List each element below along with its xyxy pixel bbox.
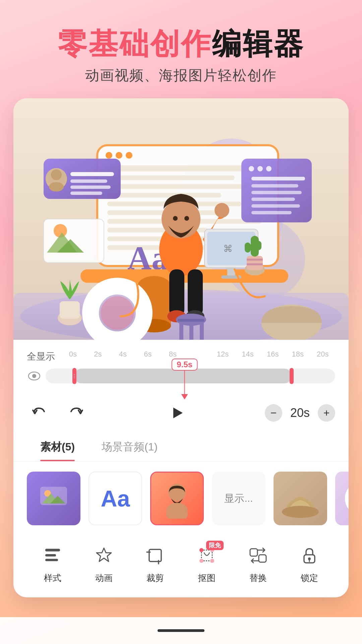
duration-plus-button[interactable]: + [318,404,335,422]
timeline-section: 全显示 0s 2s 4s 6s 8s 12s 14s 16s 18s 20s [13,340,349,393]
svg-rect-26 [70,192,102,195]
svg-rect-63 [189,322,193,340]
matting-label: 抠图 [198,572,216,584]
tools-row: 样式 动画 裁剪 [13,535,349,597]
material-item-avatar[interactable] [150,472,204,525]
tool-animate[interactable]: 动画 [90,542,117,584]
tool-crop[interactable]: 裁剪 [142,542,169,584]
tool-style[interactable]: 样式 [39,542,66,584]
playhead[interactable]: 9.5s [171,359,198,399]
svg-point-22 [49,182,64,192]
svg-rect-70 [245,243,251,253]
svg-rect-12 [107,193,221,198]
svg-rect-11 [107,184,248,189]
svg-point-7 [116,152,122,159]
svg-rect-71 [255,241,261,250]
timeline-track-wrapper[interactable]: 9.5s [27,369,335,383]
tab-audio[interactable]: 场景音频(1) [88,433,171,461]
tick-0s: 0s [60,350,85,359]
track-bar[interactable]: 9.5s [46,369,335,383]
svg-rect-61 [178,319,204,322]
svg-rect-24 [70,179,107,183]
title-part1: 零基础创作 [58,27,212,60]
svg-point-102 [199,559,203,563]
duration-control: − 20s + [265,404,335,422]
svg-rect-93 [45,554,56,556]
timeline-label: 全显示 [27,350,55,363]
svg-rect-68 [247,263,263,265]
svg-rect-109 [259,555,266,562]
replace-label: 替换 [249,572,267,584]
svg-rect-52 [188,269,203,316]
svg-rect-9 [107,165,261,171]
timeline-track: 9.5s [27,369,335,383]
material-item-sand[interactable] [274,472,327,525]
svg-rect-23 [70,172,114,176]
tick-20s: 20s [310,350,335,359]
svg-point-50 [215,203,229,218]
svg-rect-66 [247,256,263,270]
material-item-image[interactable] [27,472,80,525]
visibility-icon[interactable] [27,369,42,383]
editor-card: Aa [13,98,349,597]
header-section: 零基础创作编辑器 动画视频、海报图片轻松创作 [0,0,362,98]
svg-point-79 [32,374,36,378]
tool-lock[interactable]: 锁定 [296,542,323,584]
svg-point-103 [210,559,214,563]
svg-point-30 [266,166,272,171]
tool-matting[interactable]: 限免 抠图 [193,542,220,584]
style-icon [39,542,66,569]
undo-button[interactable] [27,401,51,425]
svg-point-29 [257,166,263,171]
lock-label: 锁定 [301,572,318,584]
tab-materials[interactable]: 素材(5) [27,433,88,461]
svg-point-49 [184,216,189,221]
svg-rect-97 [149,549,161,561]
crop-icon [142,542,169,569]
svg-rect-67 [247,259,263,261]
free-badge: 限免 [206,541,224,550]
svg-rect-64 [200,322,204,340]
illustration-area: Aa [13,98,349,340]
play-button[interactable] [165,401,189,425]
material-item-display[interactable]: 显示... [212,472,265,525]
material-grid: Aa 显示... [13,462,349,535]
track-handle-left[interactable] [72,368,76,384]
style-label: 样式 [44,572,61,584]
svg-point-8 [126,152,132,159]
track-handle-right[interactable] [290,368,294,384]
svg-rect-10 [107,175,235,180]
subtitle: 动画视频、海报图片轻松创作 [0,66,362,85]
svg-text:⌘: ⌘ [223,244,233,254]
material-text-label: Aa [101,485,130,512]
tick-16s: 16s [260,350,285,359]
bottom-bar [0,617,362,644]
playhead-arrow [181,394,188,399]
svg-point-47 [162,200,200,238]
tick-6s: 6s [135,350,161,359]
time-badge: 9.5s [171,359,198,371]
tab-audio-label: 场景音频(1) [102,441,158,453]
animate-icon [90,542,117,569]
main-title: 零基础创作编辑器 [0,27,362,61]
redo-button[interactable] [64,401,88,425]
material-item-ring[interactable] [335,472,349,525]
svg-rect-31 [251,177,305,180]
tick-8s: 8s [160,350,185,359]
duration-minus-button[interactable]: − [265,404,282,422]
svg-rect-36 [251,211,292,214]
replace-icon [245,542,272,569]
tick-14s: 14s [235,350,260,359]
material-item-text[interactable]: Aa [88,472,142,525]
svg-marker-96 [97,548,111,561]
playhead-line [184,371,185,394]
tick-10s [185,350,210,359]
svg-rect-88 [166,509,188,519]
svg-marker-80 [173,408,183,418]
tool-replace[interactable]: 替换 [245,542,272,584]
tick-4s: 4s [110,350,135,359]
svg-rect-94 [45,559,58,561]
lock-icon [296,542,323,569]
home-indicator[interactable] [158,629,204,632]
svg-rect-108 [250,549,257,556]
